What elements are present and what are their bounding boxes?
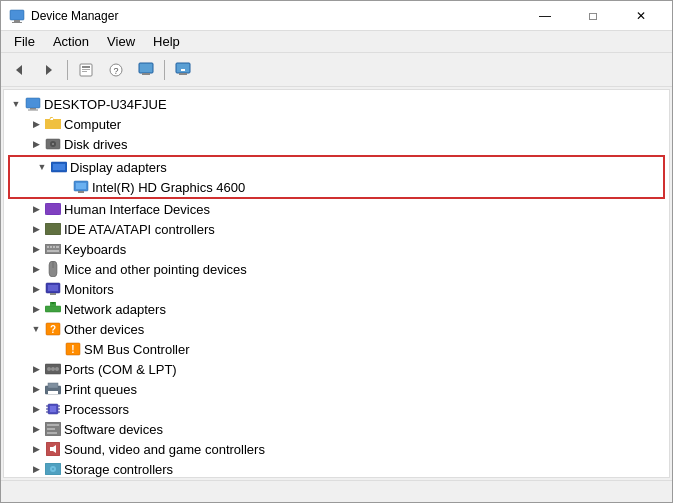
menu-file[interactable]: File: [5, 31, 44, 52]
svg-point-21: [52, 143, 54, 145]
tree-item-processors[interactable]: ▶ Processors: [4, 399, 669, 419]
back-button[interactable]: [5, 57, 33, 83]
svg-rect-62: [47, 424, 59, 426]
tree-item-intel-hd[interactable]: Intel(R) HD Graphics 4600: [10, 177, 663, 197]
display-icon: [72, 179, 90, 195]
svg-rect-1: [14, 20, 20, 22]
processors-label: Processors: [64, 402, 129, 417]
software-devices-label: Software devices: [64, 422, 163, 437]
network-icon: [44, 301, 62, 317]
menu-action[interactable]: Action: [44, 31, 98, 52]
tree-item-print-queues[interactable]: ▶ Print queues: [4, 379, 669, 399]
svg-rect-39: [45, 306, 61, 312]
expand-ide[interactable]: ▶: [28, 221, 44, 237]
expand-processors[interactable]: ▶: [28, 401, 44, 417]
svg-rect-18: [28, 110, 38, 111]
tree-item-ports[interactable]: ▶ Ports (COM & LPT): [4, 359, 669, 379]
expand-network[interactable]: ▶: [28, 301, 44, 317]
tree-item-computer[interactable]: ▶ Computer: [4, 114, 669, 134]
root-label: DESKTOP-U34FJUE: [44, 97, 167, 112]
expand-other-devices[interactable]: ▼: [28, 321, 44, 337]
svg-marker-4: [46, 65, 52, 75]
ports-label: Ports (COM & LPT): [64, 362, 177, 377]
software-devices-icon: [44, 421, 62, 437]
svg-rect-38: [50, 293, 56, 295]
svg-marker-3: [16, 65, 22, 75]
expand-ports[interactable]: ▶: [28, 361, 44, 377]
hid-icon: [44, 201, 62, 217]
svg-rect-27: [45, 203, 61, 215]
tree-item-other-devices[interactable]: ▼ ? Other devices: [4, 319, 669, 339]
tree-item-storage[interactable]: ▶ Storage controllers: [4, 459, 669, 477]
svg-rect-6: [82, 66, 90, 68]
expand-software-devices[interactable]: ▶: [28, 421, 44, 437]
app-icon: [9, 8, 25, 24]
storage-icon: [44, 461, 62, 477]
expand-print-queues[interactable]: ▶: [28, 381, 44, 397]
expand-sound[interactable]: ▶: [28, 441, 44, 457]
tree-item-disk-drives[interactable]: ▶ Disk drives: [4, 134, 669, 154]
tree-item-network[interactable]: ▶ Network adapters: [4, 299, 669, 319]
expand-keyboards[interactable]: ▶: [28, 241, 44, 257]
device-manager-window: Device Manager — □ ✕ File Action View He…: [0, 0, 673, 503]
svg-text:?: ?: [113, 66, 118, 76]
expand-disk-drives[interactable]: ▶: [28, 136, 44, 152]
toolbar-separator-1: [67, 60, 68, 80]
sm-bus-icon: !: [64, 341, 82, 357]
title-bar: Device Manager — □ ✕: [1, 1, 672, 31]
tree-item-keyboards[interactable]: ▶ Keyboards: [4, 239, 669, 259]
ports-icon: [44, 361, 62, 377]
sm-bus-label: SM Bus Controller: [84, 342, 189, 357]
window-controls: — □ ✕: [522, 1, 664, 31]
disk-icon: [44, 136, 62, 152]
tree-item-monitors[interactable]: ▶ Monitors: [4, 279, 669, 299]
tree-root[interactable]: ▼ DESKTOP-U34FJUE: [4, 94, 669, 114]
device-tree[interactable]: ▼ DESKTOP-U34FJUE ▶: [4, 90, 669, 477]
tree-item-sound[interactable]: ▶ Sound, video and game controllers: [4, 439, 669, 459]
maximize-button[interactable]: □: [570, 1, 616, 31]
properties-button[interactable]: [72, 57, 100, 83]
svg-point-47: [47, 367, 51, 371]
svg-rect-25: [76, 183, 86, 189]
svg-rect-11: [139, 63, 153, 73]
refresh-button[interactable]: [169, 57, 197, 83]
close-button[interactable]: ✕: [618, 1, 664, 31]
svg-rect-52: [48, 391, 58, 394]
tree-item-hid[interactable]: ▶ Human Interface Devices: [4, 199, 669, 219]
monitor-icon: [44, 281, 62, 297]
expand-storage[interactable]: ▶: [28, 461, 44, 477]
tree-item-ide[interactable]: ▶ IDE ATA/ATAPI controllers: [4, 219, 669, 239]
monitors-label: Monitors: [64, 282, 114, 297]
expand-display-adapters[interactable]: ▼: [34, 159, 50, 175]
menu-help[interactable]: Help: [144, 31, 189, 52]
menu-view[interactable]: View: [98, 31, 144, 52]
scan-button[interactable]: [132, 57, 160, 83]
svg-rect-0: [10, 10, 24, 20]
tree-item-mice[interactable]: ▶ Mice and other pointing devices: [4, 259, 669, 279]
other-devices-label: Other devices: [64, 322, 144, 337]
svg-point-48: [51, 367, 55, 371]
svg-rect-30: [47, 246, 49, 248]
svg-rect-31: [50, 246, 52, 248]
tree-item-display-adapters[interactable]: ▼ Display adapters: [10, 157, 663, 177]
minimize-button[interactable]: —: [522, 1, 568, 31]
expand-computer[interactable]: ▶: [28, 116, 44, 132]
status-bar: [1, 480, 672, 502]
expand-hid[interactable]: ▶: [28, 201, 44, 217]
processor-icon: [44, 401, 62, 417]
svg-rect-17: [30, 108, 36, 110]
hid-label: Human Interface Devices: [64, 202, 210, 217]
update-driver-button[interactable]: ?: [102, 57, 130, 83]
svg-rect-13: [176, 63, 190, 73]
display-adapters-label: Display adapters: [70, 160, 167, 175]
expand-mice[interactable]: ▶: [28, 261, 44, 277]
svg-rect-37: [48, 285, 58, 291]
forward-button[interactable]: [35, 57, 63, 83]
expand-monitors[interactable]: ▶: [28, 281, 44, 297]
svg-rect-12: [142, 73, 150, 75]
svg-rect-33: [56, 246, 59, 248]
expand-root[interactable]: ▼: [8, 96, 24, 112]
svg-rect-8: [82, 71, 87, 72]
tree-item-software-devices[interactable]: ▶ Software devices: [4, 419, 669, 439]
tree-item-sm-bus[interactable]: ! SM Bus Controller: [4, 339, 669, 359]
